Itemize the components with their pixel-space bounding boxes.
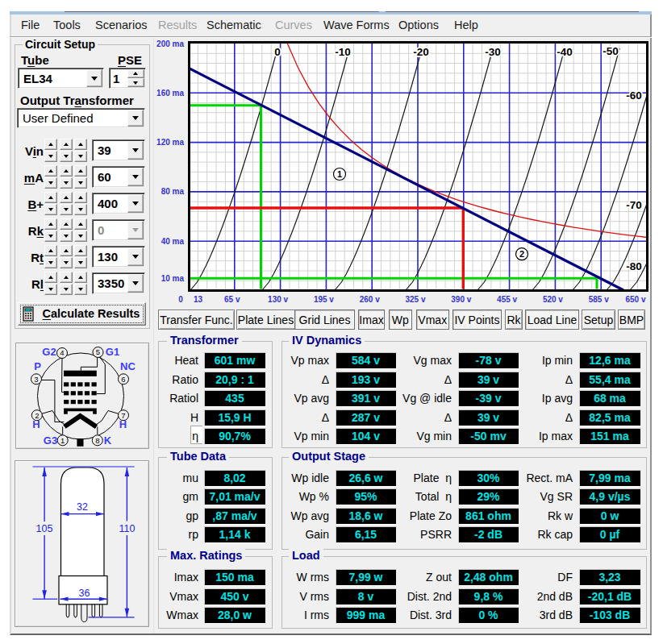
svg-text:3: 3 — [34, 375, 38, 384]
svg-text:0: 0 — [274, 46, 281, 58]
svg-text:1: 1 — [337, 169, 342, 179]
svg-text:-40: -40 — [557, 46, 573, 58]
svg-text:-80: -80 — [626, 260, 642, 272]
svg-text:-10: -10 — [335, 46, 351, 58]
svg-text:1: 1 — [60, 436, 65, 445]
svg-text:-30: -30 — [485, 46, 501, 58]
svg-text:H: H — [32, 418, 40, 430]
svg-text:5: 5 — [96, 347, 100, 356]
svg-text:36: 36 — [79, 588, 90, 599]
svg-text:-60: -60 — [626, 89, 642, 102]
svg-text:P: P — [34, 360, 41, 372]
svg-text:G3: G3 — [44, 434, 57, 447]
svg-text:2: 2 — [519, 249, 524, 259]
svg-text:8: 8 — [95, 436, 99, 445]
svg-text:G2: G2 — [42, 346, 56, 358]
svg-text:-50: -50 — [603, 45, 619, 57]
svg-text:4: 4 — [60, 348, 64, 357]
svg-text:105: 105 — [36, 523, 53, 534]
svg-text:32: 32 — [77, 501, 88, 513]
svg-text:K: K — [104, 434, 112, 447]
svg-text:-70: -70 — [626, 199, 642, 211]
svg-text:-20: -20 — [413, 46, 429, 58]
